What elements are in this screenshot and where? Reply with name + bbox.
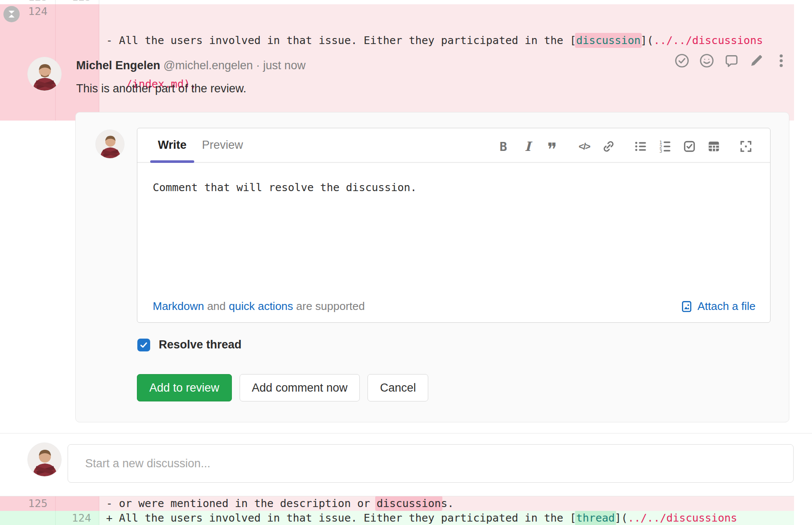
markdown-link[interactable]: Markdown bbox=[153, 300, 204, 313]
note-header: Michel Engelen @michel.engelen · just no… bbox=[76, 57, 305, 74]
old-line-number[interactable]: 123 bbox=[0, 0, 56, 4]
quick-actions-link[interactable]: quick actions bbox=[229, 300, 293, 313]
numbered-list-icon: 1 2 3 bbox=[658, 139, 672, 153]
editor-toolbar: B I ❞ </> bbox=[495, 139, 754, 154]
merge-request-diff-discussion: 123 123 124 - All the users involved in … bbox=[0, 0, 812, 525]
avatar-image bbox=[96, 130, 124, 159]
note-body-text: This is another part of the review. bbox=[76, 82, 246, 95]
new-line-number[interactable]: 123 bbox=[56, 0, 99, 4]
kebab-menu-icon bbox=[773, 53, 789, 68]
diff-removed-row: 125 - or were mentioned in the descripti… bbox=[0, 496, 794, 511]
bold-button[interactable]: B bbox=[495, 139, 511, 154]
avatar-image bbox=[28, 443, 62, 477]
new-line-number[interactable]: 124 bbox=[56, 511, 99, 525]
add-comment-now-button[interactable]: Add comment now bbox=[240, 374, 360, 401]
resolve-thread-button[interactable] bbox=[674, 53, 690, 68]
pencil-icon bbox=[749, 53, 764, 68]
smiley-icon bbox=[699, 53, 714, 68]
quote-button[interactable]: ❞ bbox=[544, 139, 560, 154]
markdown-editor: Write Preview B I ❞ </> bbox=[137, 128, 771, 323]
tab-write[interactable]: Write bbox=[150, 128, 194, 162]
author-name[interactable]: Michel Engelen bbox=[76, 59, 160, 72]
note-timestamp[interactable]: just now bbox=[263, 59, 305, 72]
editor-footer: Markdown and quick actions are supported… bbox=[153, 300, 756, 313]
bold-icon: B bbox=[500, 139, 507, 154]
add-to-review-button[interactable]: Add to review bbox=[137, 374, 232, 401]
cancel-button[interactable]: Cancel bbox=[367, 374, 428, 401]
word-diff-highlight: discussion bbox=[575, 33, 642, 48]
start-thread-button[interactable] bbox=[724, 53, 739, 68]
resolve-thread-label: Resolve thread bbox=[159, 338, 242, 351]
old-line-number bbox=[0, 511, 56, 525]
note-actions bbox=[674, 53, 789, 68]
reply-form: Write Preview B I ❞ </> bbox=[75, 112, 789, 422]
markdown-help-text: Markdown and quick actions are supported bbox=[153, 300, 365, 313]
add-reaction-button[interactable] bbox=[699, 53, 714, 68]
code-icon: </> bbox=[579, 141, 590, 152]
user-avatar[interactable] bbox=[27, 57, 62, 91]
resolve-thread-checkbox[interactable] bbox=[137, 339, 150, 351]
quote-icon: ❞ bbox=[547, 145, 557, 154]
checkmark-icon bbox=[139, 340, 148, 350]
diff-added-row: 124 + All the users involved in that iss… bbox=[0, 511, 794, 525]
diff-clipped-row: 123 123 bbox=[0, 0, 794, 4]
comment-icon bbox=[724, 53, 739, 68]
attach-file-button[interactable]: Attach a file bbox=[680, 300, 756, 313]
comment-textarea[interactable]: Comment that will resolve the discussion… bbox=[137, 164, 770, 283]
attach-image-icon bbox=[680, 300, 693, 313]
new-line-number bbox=[56, 496, 99, 511]
edit-comment-button[interactable] bbox=[749, 53, 764, 68]
numbered-list-button[interactable]: 1 2 3 bbox=[657, 139, 673, 154]
link-icon bbox=[602, 139, 616, 153]
resolve-thread-option[interactable]: Resolve thread bbox=[137, 338, 242, 351]
code-line bbox=[99, 0, 794, 4]
bulleted-list-icon bbox=[634, 139, 648, 153]
avatar-image bbox=[28, 57, 62, 91]
fullscreen-icon bbox=[739, 139, 753, 153]
author-username[interactable]: @michel.engelen bbox=[163, 59, 253, 72]
code-line-added: + All the users involved in that issue. … bbox=[99, 511, 794, 525]
collapse-lines-button[interactable] bbox=[3, 6, 20, 22]
link-button[interactable] bbox=[601, 139, 616, 154]
fullscreen-button[interactable] bbox=[738, 139, 754, 154]
italic-icon: I bbox=[525, 139, 530, 154]
new-discussion-input[interactable] bbox=[68, 444, 794, 483]
old-line-number[interactable]: 125 bbox=[0, 496, 56, 511]
form-actions: Add to review Add comment now Cancel bbox=[137, 374, 428, 401]
check-circle-icon bbox=[674, 53, 690, 68]
code-line-removed: - or were mentioned in the description o… bbox=[99, 496, 794, 511]
user-avatar[interactable] bbox=[27, 442, 62, 477]
tab-preview[interactable]: Preview bbox=[194, 128, 251, 162]
table-icon bbox=[707, 139, 721, 153]
user-avatar[interactable] bbox=[95, 130, 124, 159]
svg-text:3: 3 bbox=[659, 148, 662, 153]
table-button[interactable] bbox=[706, 139, 722, 154]
word-diff-highlight: thread bbox=[575, 511, 616, 525]
code-button[interactable]: </> bbox=[576, 139, 592, 154]
editor-header: Write Preview B I ❞ </> bbox=[137, 128, 770, 163]
italic-button[interactable]: I bbox=[520, 139, 536, 154]
collapse-icon bbox=[6, 9, 17, 19]
word-diff-highlight: discussion bbox=[375, 496, 442, 511]
section-divider bbox=[0, 433, 812, 434]
diff-bottom-table: 125 - or were mentioned in the descripti… bbox=[0, 496, 794, 525]
bulleted-list-button[interactable] bbox=[633, 139, 649, 154]
task-list-icon bbox=[682, 139, 696, 153]
task-list-button[interactable] bbox=[682, 139, 697, 154]
more-actions-button[interactable] bbox=[773, 53, 789, 68]
